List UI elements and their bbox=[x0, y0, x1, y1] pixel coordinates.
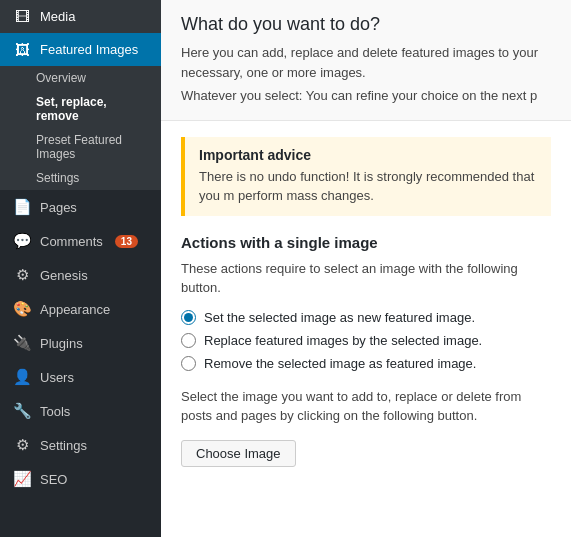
sidebar: 🎞 Media 🖼 Featured Images Overview Set, … bbox=[0, 0, 161, 537]
settings-icon: ⚙ bbox=[12, 436, 32, 454]
subnav-preset-featured-images[interactable]: Preset Featured Images bbox=[0, 128, 161, 166]
sidebar-item-appearance-label: Appearance bbox=[40, 302, 110, 317]
comments-icon: 💬 bbox=[12, 232, 32, 250]
sidebar-item-users[interactable]: 👤 Users bbox=[0, 360, 161, 394]
sidebar-item-plugins[interactable]: 🔌 Plugins bbox=[0, 326, 161, 360]
sidebar-item-settings[interactable]: ⚙ Settings bbox=[0, 428, 161, 462]
header-desc1: Here you can add, replace and delete fea… bbox=[181, 43, 551, 82]
sidebar-item-media[interactable]: 🎞 Media bbox=[0, 0, 161, 33]
actions-desc: These actions require to select an image… bbox=[181, 259, 551, 298]
radio-set[interactable] bbox=[181, 310, 196, 325]
radio-option-remove[interactable]: Remove the selected image as featured im… bbox=[181, 356, 551, 371]
sidebar-item-genesis[interactable]: ⚙ Genesis bbox=[0, 258, 161, 292]
select-desc: Select the image you want to add to, rep… bbox=[181, 387, 551, 426]
featured-images-icon: 🖼 bbox=[12, 41, 32, 58]
featured-images-submenu: Overview Set, replace, remove Preset Fea… bbox=[0, 66, 161, 190]
sidebar-item-comments-label: Comments bbox=[40, 234, 103, 249]
radio-group-actions: Set the selected image as new featured i… bbox=[181, 310, 551, 371]
sidebar-item-appearance[interactable]: 🎨 Appearance bbox=[0, 292, 161, 326]
actions-title: Actions with a single image bbox=[181, 234, 551, 251]
radio-replace-label: Replace featured images by the selected … bbox=[204, 333, 482, 348]
pages-icon: 📄 bbox=[12, 198, 32, 216]
sidebar-item-seo-label: SEO bbox=[40, 472, 67, 487]
sidebar-item-media-label: Media bbox=[40, 9, 75, 24]
subnav-overview[interactable]: Overview bbox=[0, 66, 161, 90]
sidebar-item-tools-label: Tools bbox=[40, 404, 70, 419]
radio-remove[interactable] bbox=[181, 356, 196, 371]
sidebar-item-seo[interactable]: 📈 SEO bbox=[0, 462, 161, 496]
sidebar-item-genesis-label: Genesis bbox=[40, 268, 88, 283]
sidebar-item-pages[interactable]: 📄 Pages bbox=[0, 190, 161, 224]
subnav-set-replace-remove[interactable]: Set, replace, remove bbox=[0, 90, 161, 128]
advice-text: There is no undo function! It is strongl… bbox=[199, 167, 537, 206]
choose-image-button[interactable]: Choose Image bbox=[181, 440, 296, 467]
page-title: What do you want to do? bbox=[181, 14, 551, 35]
sidebar-item-featured-images-label: Featured Images bbox=[40, 42, 138, 57]
radio-set-label: Set the selected image as new featured i… bbox=[204, 310, 475, 325]
plugins-icon: 🔌 bbox=[12, 334, 32, 352]
seo-icon: 📈 bbox=[12, 470, 32, 488]
sidebar-item-comments[interactable]: 💬 Comments 13 bbox=[0, 224, 161, 258]
main-content: What do you want to do? Here you can add… bbox=[161, 0, 571, 537]
radio-option-set[interactable]: Set the selected image as new featured i… bbox=[181, 310, 551, 325]
content-header: What do you want to do? Here you can add… bbox=[161, 0, 571, 121]
appearance-icon: 🎨 bbox=[12, 300, 32, 318]
media-icon: 🎞 bbox=[12, 8, 32, 25]
radio-remove-label: Remove the selected image as featured im… bbox=[204, 356, 476, 371]
genesis-icon: ⚙ bbox=[12, 266, 32, 284]
users-icon: 👤 bbox=[12, 368, 32, 386]
sidebar-item-pages-label: Pages bbox=[40, 200, 77, 215]
subnav-settings[interactable]: Settings bbox=[0, 166, 161, 190]
comments-badge: 13 bbox=[115, 235, 138, 248]
advice-title: Important advice bbox=[199, 147, 537, 163]
sidebar-item-users-label: Users bbox=[40, 370, 74, 385]
sidebar-item-featured-images[interactable]: 🖼 Featured Images bbox=[0, 33, 161, 66]
content-body: Important advice There is no undo functi… bbox=[161, 121, 571, 483]
tools-icon: 🔧 bbox=[12, 402, 32, 420]
sidebar-item-settings-label: Settings bbox=[40, 438, 87, 453]
header-desc2: Whatever you select: You can refine your… bbox=[181, 86, 551, 106]
advice-box: Important advice There is no undo functi… bbox=[181, 137, 551, 216]
radio-replace[interactable] bbox=[181, 333, 196, 348]
sidebar-item-tools[interactable]: 🔧 Tools bbox=[0, 394, 161, 428]
sidebar-item-plugins-label: Plugins bbox=[40, 336, 83, 351]
radio-option-replace[interactable]: Replace featured images by the selected … bbox=[181, 333, 551, 348]
